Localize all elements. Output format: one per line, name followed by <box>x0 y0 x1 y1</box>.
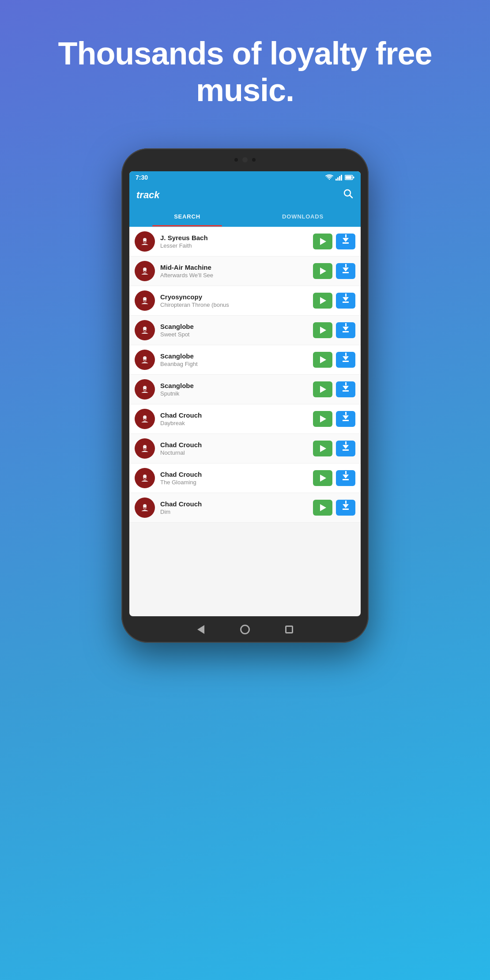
download-icon <box>343 446 349 451</box>
status-icons <box>325 174 354 181</box>
track-title: The Gloaming <box>160 479 308 486</box>
download-icon <box>343 298 349 303</box>
play-button[interactable] <box>313 411 332 427</box>
play-button[interactable] <box>313 500 332 516</box>
play-button[interactable] <box>313 381 332 397</box>
track-artist: Scanglobe <box>160 323 308 330</box>
avatar <box>135 231 155 252</box>
track-info: Scanglobe Sweet Spot <box>160 323 308 338</box>
avatar <box>135 261 155 281</box>
hero-text: Thousands of loyalty free music. <box>0 35 490 109</box>
track-info: Scanglobe Beanbag Fight <box>160 352 308 367</box>
phone-screen: 7:30 <box>129 171 361 616</box>
signal-icon <box>335 174 343 181</box>
phone-bottom-nav <box>179 622 311 637</box>
list-item: Scanglobe Sweet Spot <box>129 316 361 345</box>
play-icon <box>320 445 326 452</box>
track-artist: Chad Crouch <box>160 411 308 419</box>
track-title: Daybreak <box>160 420 308 426</box>
back-button[interactable] <box>195 623 207 636</box>
track-artist: Chad Crouch <box>160 441 308 449</box>
play-icon <box>320 415 326 422</box>
list-item: Chad Crouch Nocturnal <box>129 434 361 464</box>
download-button[interactable] <box>336 234 355 249</box>
track-title: Sweet Spot <box>160 331 308 338</box>
home-button[interactable] <box>239 623 251 636</box>
track-actions <box>313 293 355 309</box>
download-icon <box>343 505 349 510</box>
tabs-bar: SEARCH DOWNLOADS <box>129 207 361 227</box>
track-actions <box>313 322 355 338</box>
status-time: 7:30 <box>136 174 148 181</box>
list-item: Mid-Air Machine Afterwards We'll See <box>129 256 361 286</box>
track-actions <box>313 234 355 249</box>
track-title: Afterwards We'll See <box>160 272 308 279</box>
search-icon[interactable] <box>343 188 354 202</box>
track-actions <box>313 263 355 279</box>
download-button[interactable] <box>336 322 355 338</box>
play-button[interactable] <box>313 234 332 249</box>
recents-button[interactable] <box>283 623 295 636</box>
list-item: Cryosyncopy Chiropteran Throne (bonus <box>129 286 361 316</box>
back-icon <box>197 625 204 634</box>
svg-rect-3 <box>341 175 342 181</box>
download-icon <box>343 475 349 480</box>
track-actions <box>313 500 355 516</box>
track-info: Chad Crouch Daybreak <box>160 411 308 426</box>
list-item: Scanglobe Beanbag Fight <box>129 345 361 375</box>
track-info: Cryosyncopy Chiropteran Throne (bonus <box>160 293 308 308</box>
home-icon <box>240 625 250 634</box>
play-icon <box>320 504 326 511</box>
camera-dot <box>242 157 248 162</box>
download-button[interactable] <box>336 500 355 516</box>
tab-downloads[interactable]: DOWNLOADS <box>245 207 361 226</box>
list-item: Chad Crouch Daybreak <box>129 404 361 434</box>
track-title: Lesser Faith <box>160 242 308 249</box>
track-artist: Scanglobe <box>160 382 308 389</box>
track-actions <box>313 441 355 456</box>
track-artist: Mid-Air Machine <box>160 264 308 271</box>
play-button[interactable] <box>313 322 332 338</box>
download-icon <box>343 268 349 273</box>
download-icon <box>343 357 349 362</box>
track-title: Sputnik <box>160 390 308 397</box>
track-title: Nocturnal <box>160 449 308 456</box>
download-icon <box>343 239 349 244</box>
download-button[interactable] <box>336 411 355 427</box>
phone-mockup: 7:30 <box>121 148 369 643</box>
play-icon <box>320 356 326 363</box>
avatar <box>135 379 155 400</box>
download-button[interactable] <box>336 381 355 397</box>
play-button[interactable] <box>313 470 332 486</box>
track-info: J. Syreus Bach Lesser Faith <box>160 234 308 249</box>
avatar <box>135 350 155 370</box>
play-button[interactable] <box>313 263 332 279</box>
app-title: track <box>136 189 160 201</box>
list-item: Chad Crouch The Gloaming <box>129 464 361 493</box>
play-icon <box>320 297 326 304</box>
track-info: Scanglobe Sputnik <box>160 382 308 397</box>
track-artist: Chad Crouch <box>160 500 308 508</box>
download-button[interactable] <box>336 293 355 309</box>
play-button[interactable] <box>313 441 332 456</box>
play-icon <box>320 268 326 275</box>
recents-icon <box>285 626 293 633</box>
download-button[interactable] <box>336 470 355 486</box>
track-artist: Chad Crouch <box>160 471 308 478</box>
track-info: Mid-Air Machine Afterwards We'll See <box>160 264 308 279</box>
play-icon <box>320 238 326 245</box>
play-button[interactable] <box>313 293 332 309</box>
download-icon <box>343 328 349 332</box>
download-button[interactable] <box>336 263 355 279</box>
avatar <box>135 290 155 311</box>
track-info: Chad Crouch Nocturnal <box>160 441 308 456</box>
play-button[interactable] <box>313 352 332 368</box>
download-button[interactable] <box>336 441 355 456</box>
avatar <box>135 409 155 429</box>
tab-search[interactable]: SEARCH <box>129 207 245 226</box>
svg-rect-0 <box>335 179 337 181</box>
download-button[interactable] <box>336 352 355 368</box>
notch-dot-right <box>252 158 256 162</box>
play-icon <box>320 327 326 334</box>
track-title: Chiropteran Throne (bonus <box>160 302 308 308</box>
